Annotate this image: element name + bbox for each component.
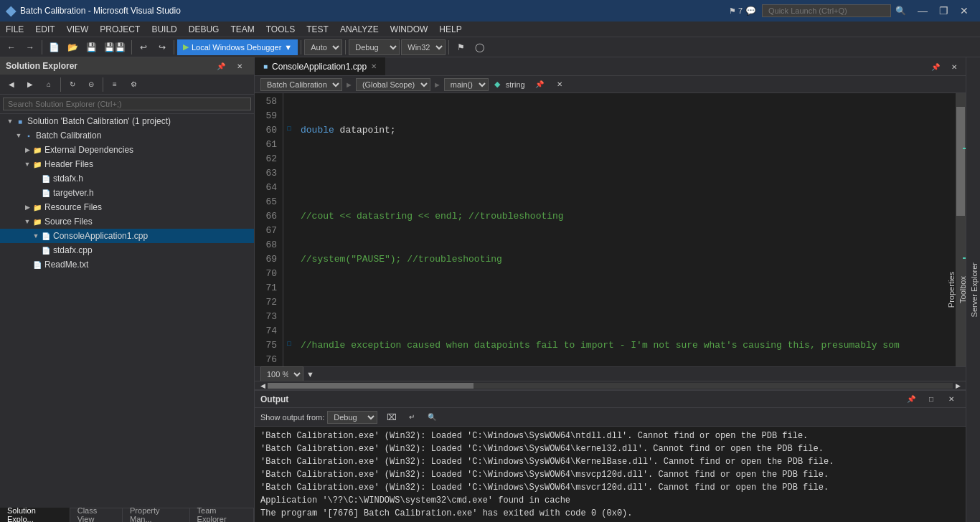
h-scroll-track[interactable] [268, 383, 953, 389]
tab-close-button[interactable]: ✕ [371, 62, 377, 70]
menu-analyze[interactable]: ANALYZE [334, 22, 385, 37]
undo-button[interactable]: ↩ [135, 39, 152, 56]
menu-debug[interactable]: DEBUG [183, 22, 225, 37]
close-button[interactable]: ✕ [954, 0, 974, 22]
tree-source-files[interactable]: ▼ 📁 Source Files [0, 214, 254, 229]
breadcrumb-string: string [506, 80, 525, 89]
h-scroll-thumb[interactable] [268, 383, 473, 389]
tree-external-deps[interactable]: ▶ 📁 External Dependencies [0, 143, 254, 157]
tab-property-manager[interactable]: Property Man... [123, 508, 190, 522]
menu-team[interactable]: TEAM [225, 22, 260, 37]
editor-tab-console-cpp[interactable]: ■ ConsoleApplication1.cpp ✕ [255, 57, 386, 75]
title-bar: ◆ Batch Calibration - Microsoft Visual S… [0, 0, 980, 22]
notification-icon[interactable]: ⚑ 7 [729, 6, 743, 16]
platform-dropdown[interactable]: Win32 x64 [401, 39, 446, 55]
chat-icon[interactable]: 💬 [745, 6, 756, 16]
tab-team-explorer[interactable]: Team Explorer [190, 508, 254, 522]
output-clear-button[interactable]: ⌧ [383, 409, 400, 426]
tree-targetver-h[interactable]: 📄 targetver.h [0, 186, 254, 200]
tree-external-label: External Dependencies [44, 145, 133, 155]
back-button[interactable]: ← [3, 39, 20, 56]
fold-75[interactable]: □ [283, 337, 295, 351]
menu-edit[interactable]: EDIT [29, 22, 60, 37]
tab-solution-explorer[interactable]: Solution Explo... [0, 508, 70, 522]
tree-stdafx-cpp[interactable]: 📄 stdafx.cpp [0, 243, 254, 257]
fold-60[interactable]: □ [283, 122, 295, 136]
quick-launch-input[interactable] [762, 4, 891, 17]
se-pin-button[interactable]: 📌 [212, 60, 230, 72]
breadcrumb-file[interactable]: Batch Calibration [260, 78, 342, 91]
breakpoint-button[interactable]: ◯ [471, 39, 488, 56]
h-scroll-left[interactable]: ◀ [258, 381, 268, 390]
menu-project[interactable]: PROJECT [94, 22, 146, 37]
save-all-button[interactable]: 💾💾 [101, 39, 128, 56]
config-dropdown[interactable]: Auto [304, 39, 342, 55]
se-search-container [0, 95, 254, 114]
se-refresh-button[interactable]: ↻ [64, 76, 81, 93]
editor-close-all[interactable]: ✕ [946, 58, 963, 75]
menu-window[interactable]: WINDOW [385, 22, 434, 37]
right-tab-properties[interactable]: Properties [946, 266, 957, 313]
output-pin-button[interactable]: 📌 [903, 391, 920, 408]
horizontal-scrollbar[interactable]: ◀ ▶ [255, 381, 966, 389]
breadcrumb-close[interactable]: ✕ [551, 76, 568, 93]
search-icon[interactable]: 🔍 [895, 6, 906, 16]
open-file-button[interactable]: 📂 [64, 39, 81, 56]
menu-test[interactable]: TEST [301, 22, 334, 37]
breadcrumb-scope[interactable]: (Global Scope) [356, 78, 430, 91]
forward-button[interactable]: → [22, 39, 39, 56]
h-scroll-right[interactable]: ▶ [953, 381, 963, 390]
bookmark-button[interactable]: ⚑ [452, 39, 469, 56]
restore-button[interactable]: ❐ [933, 0, 954, 22]
tree-stdafx-h[interactable]: 📄 stdafx.h [0, 171, 254, 186]
breadcrumb-pin[interactable]: 📌 [531, 76, 548, 93]
tree-readme[interactable]: 📄 ReadMe.txt [0, 257, 254, 272]
menu-tools[interactable]: TOOLS [260, 22, 301, 37]
menu-build[interactable]: BUILD [146, 22, 182, 37]
line-num-66: 66 [260, 209, 277, 224]
tree-resource-files[interactable]: ▶ 📁 Resource Files [0, 200, 254, 214]
right-tab-server-explorer[interactable]: Server Explorer [969, 257, 980, 323]
fold-63 [283, 165, 295, 179]
code-line-62 [301, 295, 950, 310]
cpp-file-icon: 📄 [40, 230, 52, 242]
output-word-wrap[interactable]: ↵ [403, 409, 420, 426]
breadcrumb-symbol[interactable]: main() [444, 78, 489, 91]
output-float-button[interactable]: □ [923, 391, 940, 408]
se-search-input[interactable] [3, 98, 251, 110]
se-collapse-button[interactable]: ⊝ [83, 76, 100, 93]
tree-project[interactable]: ▼ ▪ Batch Calibration [0, 128, 254, 143]
output-find-button[interactable]: 🔍 [423, 409, 440, 426]
se-filter-button[interactable]: ≡ [106, 76, 123, 93]
tree-solution[interactable]: ▼ ■ Solution 'Batch Calibration' (1 proj… [0, 114, 254, 128]
se-home-button[interactable]: ⌂ [40, 76, 57, 93]
menu-view[interactable]: VIEW [61, 22, 95, 37]
right-tab-toolbox[interactable]: Toolbox [957, 270, 969, 309]
tree-console-cpp[interactable]: ▼ 📄 ConsoleApplication1.cpp [0, 229, 254, 243]
run-button[interactable]: ▶ Local Windows Debugger ▼ [177, 39, 298, 55]
tree-header-files[interactable]: ▼ 📁 Header Files [0, 157, 254, 171]
save-button[interactable]: 💾 [83, 39, 100, 56]
run-dropdown-icon[interactable]: ▼ [284, 43, 292, 52]
se-settings-button[interactable]: ⚙ [125, 76, 142, 93]
menu-help[interactable]: HELP [433, 22, 467, 37]
zoom-dropdown[interactable]: 100 % [260, 366, 303, 382]
tab-class-view[interactable]: Class View [70, 508, 123, 522]
se-forward-button[interactable]: ▶ [22, 76, 39, 93]
new-file-button[interactable]: 📄 [45, 39, 62, 56]
editor-pin-button[interactable]: 📌 [927, 58, 944, 75]
se-close-button[interactable]: ✕ [231, 60, 248, 72]
menu-file[interactable]: FILE [0, 22, 29, 37]
output-source-dropdown[interactable]: Debug Build General [327, 411, 377, 424]
code-gutter: □ □ [283, 93, 295, 366]
code-content[interactable]: double datapoint; //cout << datastring <… [295, 93, 956, 366]
build-config-dropdown[interactable]: Debug Release [349, 39, 400, 55]
redo-button[interactable]: ↪ [154, 39, 171, 56]
vertical-scrollbar[interactable] [956, 93, 966, 366]
output-close-button[interactable]: ✕ [943, 391, 960, 408]
minimize-button[interactable]: — [912, 0, 933, 22]
output-content[interactable]: 'Batch Calibration.exe' (Win32): Loaded … [255, 427, 966, 522]
zoom-icon[interactable]: ▼ [306, 370, 314, 379]
se-back-button[interactable]: ◀ [3, 76, 20, 93]
scrollbar-thumb[interactable] [956, 107, 965, 216]
